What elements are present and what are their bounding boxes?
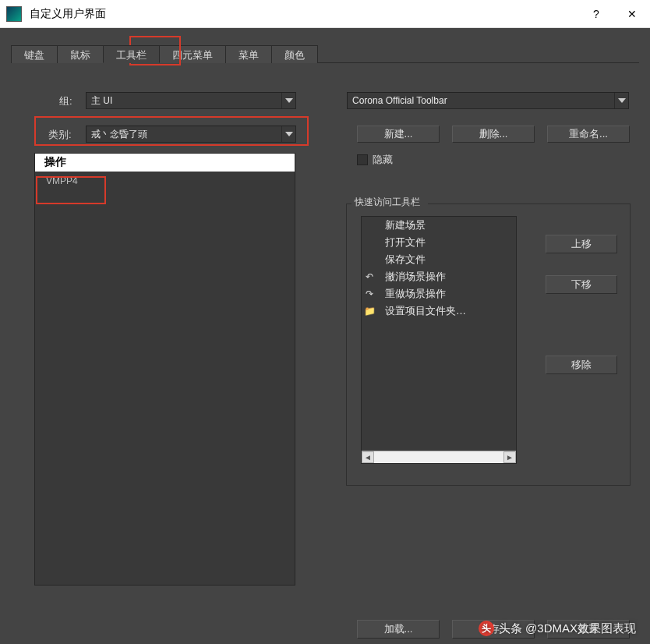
scroll-left-button[interactable]: ◄ <box>362 451 374 463</box>
btn-label: 加载... <box>384 622 413 636</box>
quick-access-title: 快速访问工具栏 <box>353 196 422 209</box>
toolbar-value: Corona Official Toolbar <box>352 95 447 106</box>
btn-label: 移除 <box>571 358 592 372</box>
category-label: 类别: <box>48 128 72 142</box>
app-icon <box>6 6 22 22</box>
folder-icon: 📁 <box>363 305 376 317</box>
quick-access-list[interactable]: 新建场景 打开文件 保存文件 ↶撤消场景操作 ↷重做场景操作 📁设置项目文件夹…… <box>361 216 517 464</box>
btn-label: 下移 <box>571 278 592 292</box>
tab-label: 鼠标 <box>70 49 90 61</box>
titlebar: 自定义用户界面 ? ✕ <box>0 0 650 28</box>
actions-header: 操作 <box>35 154 295 172</box>
tab-mouse[interactable]: 鼠标 <box>57 45 104 63</box>
chevron-down-icon <box>614 93 628 108</box>
toolbar-select[interactable]: Corona Official Toolbar <box>347 92 629 109</box>
qa-item[interactable]: 保存文件 <box>362 251 516 268</box>
category-value: 戒丶念昏了頭 <box>91 128 147 141</box>
redo-icon: ↷ <box>363 288 376 300</box>
client-area: 键盘 鼠标 工具栏 四元菜单 菜单 颜色 组: 主 UI 类别: 戒丶念昏了頭 … <box>0 28 650 644</box>
new-button[interactable]: 新建... <box>357 126 440 143</box>
blank-icon <box>363 219 376 232</box>
tab-strip: 键盘 鼠标 工具栏 四元菜单 菜单 颜色 <box>11 45 639 63</box>
btn-label: 删除... <box>479 127 508 141</box>
qa-item[interactable]: 📁设置项目文件夹… <box>362 303 516 320</box>
watermark-icon: 头 <box>479 621 494 636</box>
action-item[interactable]: VMPP4 <box>35 172 295 190</box>
action-label: VMPP4 <box>46 175 78 186</box>
blank-icon <box>363 253 376 266</box>
hide-checkbox[interactable]: 隐藏 <box>357 153 393 167</box>
tab-label: 键盘 <box>24 49 44 61</box>
qa-item[interactable]: 打开文件 <box>362 234 516 251</box>
tab-colors[interactable]: 颜色 <box>271 45 318 63</box>
chevron-down-icon <box>281 126 295 142</box>
watermark: 头 头条 @3DMAX效果图表现 <box>479 621 636 636</box>
watermark-text: 头条 @3DMAX效果图表现 <box>499 621 636 636</box>
btn-label: 上移 <box>571 237 592 251</box>
remove-button[interactable]: 移除 <box>546 356 617 374</box>
move-up-button[interactable]: 上移 <box>546 235 617 253</box>
tab-label: 菜单 <box>238 49 259 61</box>
help-button[interactable]: ? <box>578 2 614 27</box>
quick-access-group: 快速访问工具栏 新建场景 打开文件 保存文件 ↶撤消场景操作 ↷重做场景操作 📁… <box>346 203 631 486</box>
qa-item[interactable]: ↷重做场景操作 <box>362 285 516 303</box>
tab-toolbars[interactable]: 工具栏 <box>103 45 160 63</box>
tab-quads[interactable]: 四元菜单 <box>159 45 226 63</box>
group-select[interactable]: 主 UI <box>86 92 296 109</box>
qa-label: 撤消场景操作 <box>385 270 446 284</box>
qa-label: 新建场景 <box>385 218 426 232</box>
group-value: 主 UI <box>91 94 112 108</box>
close-button[interactable]: ✕ <box>614 2 650 27</box>
chevron-down-icon <box>281 93 295 108</box>
rename-button[interactable]: 重命名... <box>547 126 630 143</box>
tab-label: 四元菜单 <box>172 49 213 61</box>
scroll-right-button[interactable]: ► <box>503 451 516 463</box>
horizontal-scrollbar[interactable]: ◄ ► <box>362 451 516 463</box>
qa-item[interactable]: 新建场景 <box>362 217 516 234</box>
qa-label: 设置项目文件夹… <box>385 304 466 318</box>
checkbox-label: 隐藏 <box>373 153 393 167</box>
qa-label: 打开文件 <box>385 235 426 249</box>
tab-label: 工具栏 <box>116 49 147 61</box>
tab-menus[interactable]: 菜单 <box>225 45 272 63</box>
blank-icon <box>363 236 376 249</box>
qa-label: 保存文件 <box>385 253 426 267</box>
qa-item[interactable]: ↶撤消场景操作 <box>362 268 516 285</box>
delete-button[interactable]: 删除... <box>452 126 535 143</box>
btn-label: 新建... <box>384 127 413 141</box>
group-label: 组: <box>59 94 72 108</box>
tab-label: 颜色 <box>284 49 305 61</box>
scroll-track[interactable] <box>374 451 503 463</box>
undo-icon: ↶ <box>363 271 376 283</box>
tab-keyboard[interactable]: 键盘 <box>11 45 58 63</box>
checkbox-box-icon <box>357 154 368 165</box>
btn-label: 重命名... <box>569 127 608 141</box>
load-button[interactable]: 加载... <box>357 620 440 639</box>
category-select[interactable]: 戒丶念昏了頭 <box>86 126 296 143</box>
actions-list[interactable]: 操作 VMPP4 <box>34 153 295 586</box>
qa-label: 重做场景操作 <box>385 287 446 301</box>
move-down-button[interactable]: 下移 <box>546 275 617 294</box>
window-title: 自定义用户界面 <box>30 7 578 21</box>
